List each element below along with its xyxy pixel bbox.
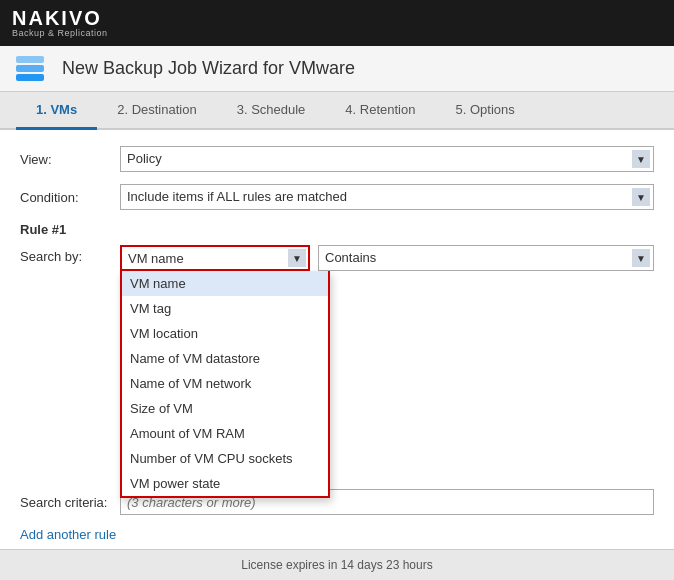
search-by-select-wrapper[interactable]: VM name ▼ [120,245,310,271]
dropdown-item-vm-tag[interactable]: VM tag [122,296,328,321]
main-content: View: Policy ▼ Condition: Include items … [0,130,674,558]
add-rule-row: Add another rule [20,527,654,542]
search-criteria-row: Search criteria: [20,489,654,515]
logo: NAKIVO Backup & Replication [12,8,108,38]
dropdown-item-vm-power[interactable]: VM power state [122,471,328,496]
wizard-icon [16,56,44,81]
dropdown-item-vm-size[interactable]: Size of VM [122,396,328,421]
search-criteria-label: Search criteria: [20,495,120,510]
step-vms[interactable]: 1. VMs [16,92,97,130]
search-by-label: Search by: [20,245,120,264]
search-by-selects: VM name ▼ VM name VM tag VM location Nam… [120,245,654,271]
step-schedule[interactable]: 3. Schedule [217,92,326,130]
license-text: License expires in 14 days 23 hours [241,558,432,572]
view-row: View: Policy ▼ [20,146,654,172]
view-label: View: [20,152,120,167]
search-by-select[interactable]: VM name [120,245,310,271]
step-destination[interactable]: 2. Destination [97,92,217,130]
contains-select-wrapper[interactable]: Contains ▼ [318,245,654,271]
condition-label: Condition: [20,190,120,205]
contains-select[interactable]: Contains [318,245,654,271]
logo-subtitle: Backup & Replication [12,28,108,38]
app-header: NAKIVO Backup & Replication [0,0,674,46]
condition-row: Condition: Include items if ALL rules ar… [20,184,654,210]
view-select[interactable]: Policy [120,146,654,172]
dropdown-item-vm-ram[interactable]: Amount of VM RAM [122,421,328,446]
wizard-header: New Backup Job Wizard for VMware [0,46,674,92]
dropdown-item-vm-location[interactable]: VM location [122,321,328,346]
condition-select-wrapper[interactable]: Include items if ALL rules are matched ▼ [120,184,654,210]
view-control: Policy ▼ [120,146,654,172]
dropdown-item-vm-network[interactable]: Name of VM network [122,371,328,396]
view-select-wrapper[interactable]: Policy ▼ [120,146,654,172]
dropdown-item-vm-datastore[interactable]: Name of VM datastore [122,346,328,371]
search-by-first-wrapper: VM name ▼ VM name VM tag VM location Nam… [120,245,310,271]
condition-select[interactable]: Include items if ALL rules are matched [120,184,654,210]
steps-bar: 1. VMs 2. Destination 3. Schedule 4. Ret… [0,92,674,130]
logo-name: NAKIVO [12,8,108,28]
wizard-title: New Backup Job Wizard for VMware [62,58,355,79]
rule-heading: Rule #1 [20,222,654,237]
footer: License expires in 14 days 23 hours [0,549,674,580]
dropdown-item-vm-name[interactable]: VM name [122,271,328,296]
add-rule-link[interactable]: Add another rule [20,527,116,542]
step-options[interactable]: 5. Options [435,92,534,130]
search-by-dropdown: VM name VM tag VM location Name of VM da… [120,271,330,498]
dropdown-item-vm-cpu[interactable]: Number of VM CPU sockets [122,446,328,471]
step-retention[interactable]: 4. Retention [325,92,435,130]
dropdown-spacer [20,279,654,489]
search-by-row: Search by: VM name ▼ VM name VM tag VM l… [20,245,654,271]
condition-control: Include items if ALL rules are matched ▼ [120,184,654,210]
